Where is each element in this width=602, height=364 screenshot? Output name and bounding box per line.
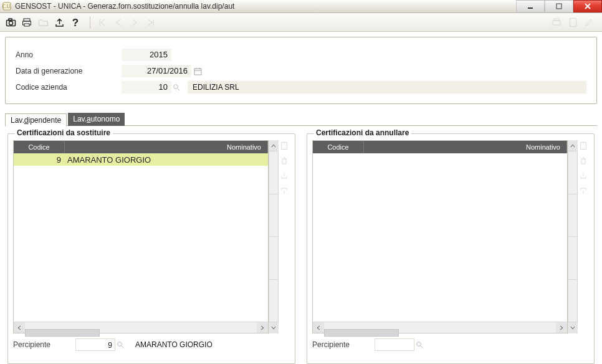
input-data-generazione[interactable]: 27/01/2016 — [122, 65, 191, 77]
grid-annullare-body[interactable] — [313, 153, 567, 322]
search-percipiente-icon[interactable] — [115, 338, 125, 351]
hscrollbar[interactable] — [313, 322, 567, 333]
page-icon[interactable] — [578, 140, 588, 151]
row-anno: Anno 2015 — [16, 47, 586, 62]
grid-side-icons — [279, 140, 290, 333]
label-anno: Anno — [16, 50, 122, 59]
tree-up-icon[interactable] — [279, 170, 289, 181]
groups-area: Certificazioni da sostituire Codice Nomi… — [5, 125, 597, 364]
grid-sostituire-body[interactable]: 9 AMARANTO GIORGIO — [14, 153, 268, 322]
camera-icon[interactable] — [4, 16, 17, 29]
tab-strip: Lav.dipendente Lav.autonomo — [5, 113, 597, 126]
trash-icon[interactable] — [279, 155, 289, 166]
search-azienda-icon[interactable] — [171, 81, 181, 93]
page-icon[interactable] — [279, 140, 289, 151]
grid-annullare: Codice Nominativo — [312, 140, 568, 333]
grid-annullare-header: Codice Nominativo — [313, 141, 567, 153]
vscroll-cell[interactable] — [269, 151, 279, 194]
label-data-generazione: Data di generazione — [16, 67, 122, 75]
input-anno[interactable]: 2015 — [122, 49, 171, 61]
col-nominativo[interactable]: Nominativo — [65, 141, 268, 153]
col-nominativo[interactable]: Nominativo — [364, 141, 567, 153]
window-maximize-button[interactable] — [545, 0, 573, 12]
scroll-down-icon[interactable] — [269, 322, 279, 333]
grid-annullare-wrap: Codice Nominativo — [312, 140, 589, 333]
window-titlebar: C.U. GENSOST - UNICA - Generaz.forn.sost… — [0, 0, 602, 13]
svg-rect-13 — [553, 21, 560, 25]
search-percipiente-icon[interactable] — [414, 338, 424, 351]
table-row[interactable]: 9 AMARANTO GIORGIO — [14, 153, 268, 166]
hscrollbar[interactable] — [14, 322, 268, 333]
tab-lav-autonomo[interactable]: Lav.autonomo — [68, 113, 125, 126]
svg-text:?: ? — [72, 17, 79, 27]
pencil-icon[interactable] — [582, 16, 596, 29]
app-icon: C.U. — [2, 2, 11, 11]
calendar-icon[interactable] — [193, 65, 203, 77]
input-codice-azienda[interactable]: 10 — [122, 81, 171, 93]
percipiente-code-input[interactable] — [375, 338, 414, 351]
vscroll-cell[interactable] — [568, 151, 578, 194]
scroll-left-icon[interactable] — [14, 322, 25, 333]
tree-up-icon[interactable] — [578, 170, 588, 181]
azienda-name-display: EDILIZIA SRL — [188, 81, 586, 93]
content-area: Anno 2015 Data di generazione 27/01/2016… — [0, 32, 602, 364]
nav-first-icon[interactable] — [95, 16, 109, 29]
col-codice[interactable]: Codice — [14, 141, 65, 153]
vscrollbar[interactable] — [269, 140, 279, 333]
notes-icon[interactable] — [566, 16, 580, 29]
svg-rect-8 — [9, 19, 12, 21]
svg-line-21 — [178, 89, 179, 90]
printer-small-icon[interactable] — [550, 16, 563, 29]
upload-icon[interactable] — [52, 16, 66, 29]
nav-next-icon[interactable] — [128, 16, 141, 29]
scroll-right-icon[interactable] — [556, 322, 567, 333]
window-title: GENSOST - UNICA - Generaz.forn.sostituzi… — [15, 2, 516, 11]
grid-sostituire-wrap: Codice Nominativo 9 AMARANTO GIORGIO — [13, 140, 290, 333]
scroll-right-icon[interactable] — [257, 322, 268, 333]
percipiente-name-display: AMARANTO GIORGIO — [130, 338, 290, 351]
tree-down-icon[interactable] — [279, 185, 289, 196]
svg-line-24 — [122, 346, 123, 348]
vscroll-cell[interactable] — [568, 194, 578, 237]
percipiente-row-left: Percipiente 9 AMARANTO GIORGIO — [13, 337, 290, 352]
percipiente-label: Percipiente — [312, 340, 375, 349]
scroll-left-icon[interactable] — [313, 322, 324, 333]
hscroll-thumb[interactable] — [324, 329, 399, 337]
nav-last-icon[interactable] — [144, 16, 158, 29]
group-annullare-legend: Certificazioni da annullare — [313, 128, 411, 137]
row-data-generazione: Data di generazione 27/01/2016 — [16, 64, 586, 79]
row-codice-azienda: Codice azienda 10 EDILIZIA SRL — [16, 80, 586, 95]
group-annullare: Certificazioni da annullare Codice Nomin… — [307, 133, 595, 364]
window-close-button[interactable] — [573, 0, 602, 12]
svg-rect-11 — [24, 24, 29, 26]
vscrollbar[interactable] — [568, 140, 578, 333]
group-sostituire-legend: Certificazioni da sostituire — [14, 128, 113, 137]
window-controls — [516, 0, 602, 12]
grid-sostituire: Codice Nominativo 9 AMARANTO GIORGIO — [13, 140, 269, 333]
window-minimize-button[interactable] — [516, 0, 545, 12]
trash-icon[interactable] — [578, 155, 588, 166]
scroll-up-icon[interactable] — [568, 140, 578, 151]
vscroll-cell[interactable] — [568, 279, 578, 323]
print-icon[interactable] — [20, 16, 34, 29]
svg-rect-25 — [581, 143, 586, 150]
scroll-down-icon[interactable] — [568, 322, 578, 333]
vscroll-cell[interactable] — [568, 236, 578, 280]
hscroll-thumb[interactable] — [25, 329, 100, 337]
vscroll-cell[interactable] — [269, 279, 279, 323]
percipiente-code-input[interactable]: 9 — [75, 338, 115, 351]
tree-down-icon[interactable] — [578, 185, 588, 196]
cell-codice: 9 — [14, 155, 65, 165]
toolbar-right — [550, 16, 598, 29]
col-codice[interactable]: Codice — [313, 141, 364, 153]
svg-line-27 — [421, 346, 423, 348]
folder-icon[interactable] — [36, 16, 50, 29]
vscroll-cell[interactable] — [269, 194, 279, 237]
percipiente-name-display — [429, 338, 589, 351]
help-icon[interactable]: ? — [69, 16, 82, 29]
scroll-up-icon[interactable] — [269, 140, 279, 151]
vscroll-cell[interactable] — [269, 236, 279, 280]
nav-prev-icon[interactable] — [112, 16, 125, 29]
tab-lav-dipendente[interactable]: Lav.dipendente — [5, 113, 67, 127]
percipiente-row-right: Percipiente — [312, 337, 589, 352]
